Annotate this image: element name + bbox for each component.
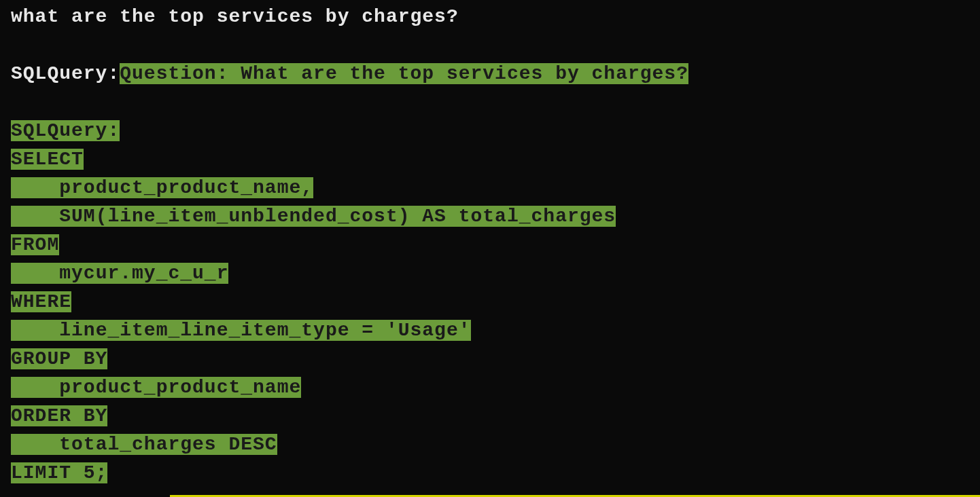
sql-limit-line: LIMIT 5;	[11, 459, 969, 487]
sql-select-col1-indent	[11, 177, 59, 198]
sql-select-col2: SUM(line_item_unblended_cost) AS total_c…	[59, 206, 616, 227]
sql-header-line: SQLQuery:	[11, 117, 969, 145]
highlighted-question: Question: What are the top services by c…	[120, 63, 688, 84]
sql-groupby-line: GROUP BY	[11, 345, 969, 373]
sql-limit: LIMIT 5;	[11, 462, 107, 483]
sql-groupby-col: product_product_name	[59, 377, 301, 398]
sql-where: WHERE	[11, 291, 71, 312]
sql-select-col2-line: SUM(line_item_unblended_cost) AS total_c…	[11, 202, 969, 231]
sql-orderby-line: ORDER BY	[11, 402, 969, 430]
sql-select-line: SELECT	[11, 145, 969, 174]
sql-select-col2-indent	[11, 206, 59, 227]
sql-select-col1: product_product_name,	[59, 177, 313, 198]
sql-groupby-col-indent	[11, 377, 59, 398]
sql-select-col1-line: product_product_name,	[11, 174, 969, 202]
sql-orderby-col-line: total_charges DESC	[11, 430, 969, 459]
sql-where-cond: line_item_line_item_type = 'Usage'	[59, 320, 470, 341]
sql-from-table-line: mycur.my_c_u_r	[11, 259, 969, 288]
sql-from-table: mycur.my_c_u_r	[59, 263, 228, 284]
blank-line-2	[11, 88, 969, 117]
blank-line-1	[11, 31, 969, 60]
sqlquery-label-line: SQLQuery:Question: What are the top serv…	[11, 60, 969, 88]
sql-groupby: GROUP BY	[11, 348, 107, 369]
sql-from: FROM	[11, 234, 59, 255]
sql-orderby-col: total_charges DESC	[59, 434, 277, 455]
sql-groupby-col-line: product_product_name	[11, 373, 969, 402]
sql-where-line: WHERE	[11, 288, 969, 316]
sql-where-cond-indent	[11, 320, 59, 341]
sql-from-line: FROM	[11, 231, 969, 259]
sql-from-table-indent	[11, 263, 59, 284]
sql-orderby-col-indent	[11, 434, 59, 455]
sql-header: SQLQuery:	[11, 120, 120, 141]
sqlquery-label: SQLQuery:	[11, 63, 120, 84]
user-prompt: what are the top services by charges?	[11, 3, 969, 31]
sql-orderby: ORDER BY	[11, 405, 107, 426]
sql-where-cond-line: line_item_line_item_type = 'Usage'	[11, 316, 969, 345]
sql-select: SELECT	[11, 149, 84, 170]
